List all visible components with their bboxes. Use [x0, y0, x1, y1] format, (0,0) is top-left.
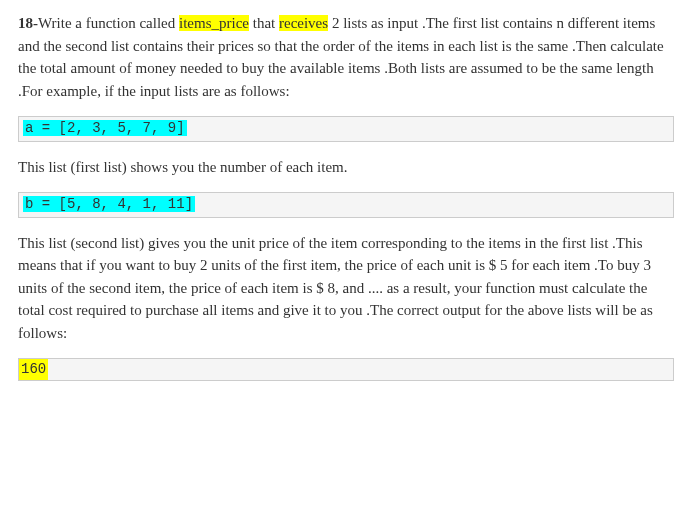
paragraph-second-list: This list (second list) gives you the un…: [18, 232, 674, 345]
question-text-part-1: Write a function called: [38, 15, 179, 31]
question-prompt: 18-Write a function called items_price t…: [18, 12, 674, 102]
highlight-function-name: items_price: [179, 15, 249, 31]
output-value: 160: [19, 359, 48, 380]
question-number: 18-: [18, 15, 38, 31]
output-block: 160: [18, 358, 674, 381]
question-text-part-2: that: [249, 15, 279, 31]
code-block-b: b = [5, 8, 4, 1, 11]: [18, 192, 674, 218]
code-b-content: b = [5, 8, 4, 1, 11]: [23, 196, 195, 212]
highlight-receives: receives: [279, 15, 328, 31]
code-block-a: a = [2, 3, 5, 7, 9]: [18, 116, 674, 142]
paragraph-first-list: This list (first list) shows you the num…: [18, 156, 674, 179]
code-a-content: a = [2, 3, 5, 7, 9]: [23, 120, 187, 136]
